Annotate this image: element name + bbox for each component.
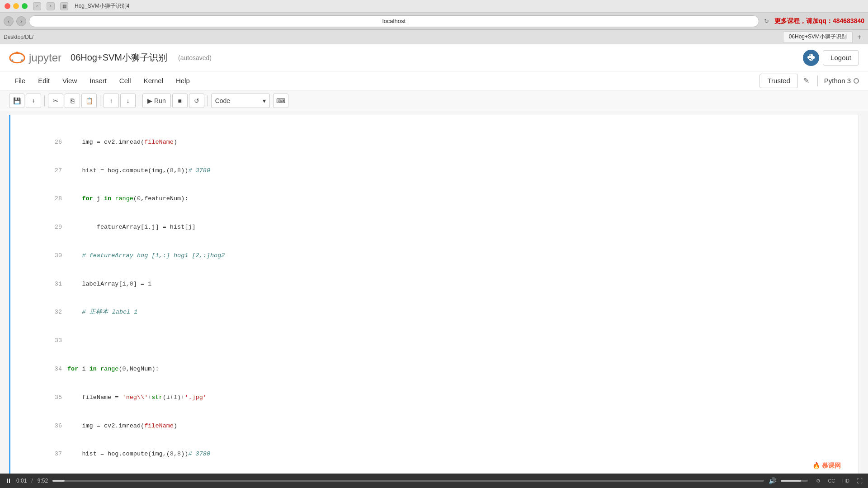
breadcrumb: Desktop/DL/	[4, 34, 33, 40]
jupyter-logo: jupyter	[9, 50, 61, 66]
volume-icon[interactable]: 🔊	[769, 477, 776, 484]
separator	[817, 75, 818, 86]
move-up-button[interactable]: ↑	[104, 94, 119, 108]
kernel-status-icon	[854, 78, 859, 84]
add-cell-button[interactable]: +	[26, 94, 41, 108]
menu-bar: File Edit View Insert Cell Kernel Help T…	[0, 71, 868, 90]
separator-3	[139, 95, 139, 106]
python-logo-icon	[803, 50, 819, 66]
cut-button[interactable]: ✂	[48, 94, 63, 108]
separator-1	[44, 95, 45, 106]
notebook-title[interactable]: 06Hog+SVM小狮子识别	[71, 52, 167, 64]
active-tab[interactable]: 06Hog+SVM小狮子识别	[783, 31, 853, 43]
media-bar: ⏸ 0:01 / 9:52 🔊 ⚙ CC HD ⛶	[0, 474, 868, 488]
settings-button[interactable]: ⚙	[816, 478, 821, 484]
time-separator: /	[31, 478, 33, 484]
new-tab-button[interactable]: +	[854, 32, 864, 42]
title-bar: ‹ › ▦ Hog_SVM小狮子识别4	[0, 0, 868, 13]
copy-button[interactable]: ⎘	[65, 94, 80, 108]
kernel-name: Python 3	[824, 77, 851, 84]
browser-bar: ‹ › localhost ↻ 更多课程，请加qq：484683840	[0, 13, 868, 30]
layout-button[interactable]: ▦	[60, 2, 68, 10]
main-content: 26 img = cv2.imread(fileName) 27 hist = …	[0, 111, 868, 474]
run-button[interactable]: ▶ Run	[142, 94, 171, 108]
menu-view[interactable]: View	[57, 74, 82, 87]
browser-back-button[interactable]: ‹	[4, 16, 14, 26]
interrupt-button[interactable]: ■	[172, 94, 188, 108]
menu-cell[interactable]: Cell	[114, 74, 137, 87]
chevron-down-icon: ▾	[263, 97, 266, 104]
keyboard-shortcuts-button[interactable]: ⌨	[273, 94, 288, 108]
promo-text: 更多课程，请加qq：484683840	[774, 17, 864, 25]
progress-bar-fill	[52, 480, 65, 482]
menu-insert[interactable]: Insert	[84, 74, 112, 87]
run-icon: ▶	[147, 97, 152, 104]
menu-help[interactable]: Help	[170, 74, 195, 87]
separator-4	[208, 95, 208, 106]
cell-type-label: Code	[215, 97, 230, 104]
edit-icon[interactable]: ✎	[802, 75, 811, 87]
jupyter-logo-icon	[9, 50, 25, 66]
play-pause-button[interactable]: ⏸	[5, 477, 12, 484]
jupyter-brand: jupyter	[29, 52, 61, 64]
volume-bar[interactable]	[781, 480, 808, 482]
maximize-window-button[interactable]	[22, 3, 28, 9]
brand-watermark: 🔥 慕课网	[812, 462, 841, 470]
tab-label: 06Hog+SVM小狮子识别	[789, 33, 847, 41]
volume-fill	[781, 480, 801, 482]
svg-point-3	[21, 59, 23, 61]
quality-button[interactable]: HD	[842, 478, 849, 483]
paste-button[interactable]: 📋	[81, 94, 97, 108]
fire-icon: 🔥	[812, 462, 820, 469]
header-right: Logout	[803, 50, 859, 66]
forward-button[interactable]: ›	[47, 2, 55, 10]
minimize-window-button[interactable]	[13, 3, 19, 9]
cell-type-selector[interactable]: Code ▾	[211, 94, 270, 108]
fullscreen-button[interactable]: ⛶	[857, 478, 863, 484]
svg-point-2	[11, 59, 13, 61]
save-button[interactable]: 💾	[9, 94, 24, 108]
cell-code[interactable]: 26 img = cv2.imread(fileName) 27 hist = …	[47, 115, 859, 474]
svg-point-0	[10, 53, 24, 63]
svg-point-1	[16, 52, 19, 54]
toolbar: 💾 + ✂ ⎘ 📋 ↑ ↓ ▶ Run ■ ↺ Code ▾ ⌨	[0, 90, 868, 111]
restart-button[interactable]: ↺	[189, 94, 204, 108]
jupyter-header: jupyter 06Hog+SVM小狮子识别 (autosaved) Logou…	[0, 44, 868, 71]
refresh-button[interactable]: ↻	[762, 16, 772, 26]
address-text: localhost	[382, 18, 406, 24]
menu-right: Trusted ✎ Python 3	[760, 74, 859, 88]
cc-button[interactable]: CC	[828, 478, 835, 483]
run-label: Run	[154, 97, 166, 104]
cell-prompt	[10, 115, 47, 474]
code-cell-active: 26 img = cv2.imread(fileName) 27 hist = …	[9, 115, 859, 474]
separator-2	[100, 95, 100, 106]
menu-edit[interactable]: Edit	[33, 74, 55, 87]
logout-button[interactable]: Logout	[823, 50, 859, 66]
address-bar[interactable]: localhost	[29, 15, 759, 27]
time-current: 0:01	[16, 478, 27, 484]
close-window-button[interactable]	[5, 3, 10, 9]
browser-forward-button[interactable]: ›	[16, 16, 26, 26]
time-total: 9:52	[38, 478, 48, 484]
move-down-button[interactable]: ↓	[120, 94, 136, 108]
menu-file[interactable]: File	[9, 74, 31, 87]
back-button[interactable]: ‹	[33, 2, 41, 10]
autosaved-badge: (autosaved)	[178, 54, 212, 61]
trusted-button[interactable]: Trusted	[760, 74, 797, 88]
menu-kernel[interactable]: Kernel	[138, 74, 169, 87]
tab-bar: Desktop/DL/ 06Hog+SVM小狮子识别 +	[0, 30, 868, 44]
progress-bar[interactable]	[52, 480, 764, 482]
kernel-info: Python 3	[824, 77, 859, 84]
cell-input-area: 26 img = cv2.imread(fileName) 27 hist = …	[10, 115, 859, 474]
window-title: Hog_SVM小狮子识别4	[75, 2, 129, 10]
